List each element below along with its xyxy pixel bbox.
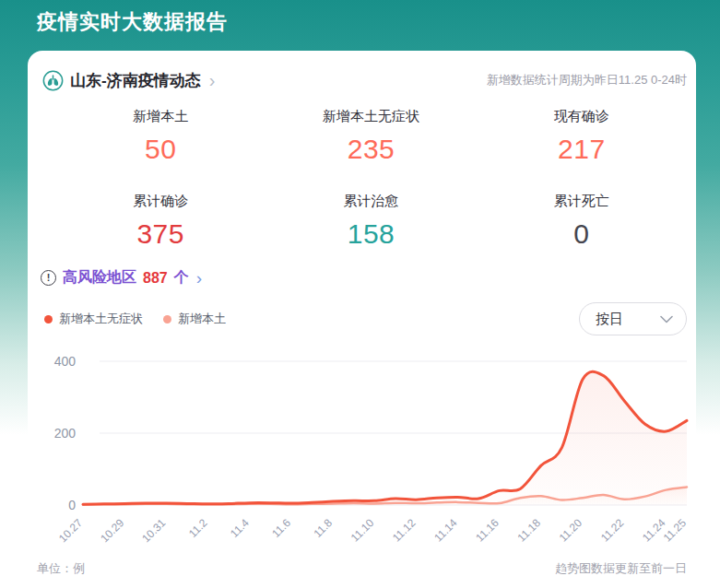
- stats-grid: 新增本土50新增本土无症状235现有确诊217累计确诊375累计治愈158累计死…: [55, 102, 687, 272]
- x-axis-label: 11.4: [228, 516, 252, 540]
- stat-label: 累计确诊: [55, 193, 266, 210]
- region-selector[interactable]: 山东-济南疫情动态 ›: [42, 70, 215, 91]
- stat-value: 235: [266, 134, 476, 165]
- stat-value: 375: [55, 218, 266, 250]
- risk-unit: 个: [174, 268, 189, 288]
- legend-dot-icon: [44, 315, 53, 323]
- y-axis-label: 400: [54, 354, 77, 369]
- risk-label: 高风险地区: [63, 268, 136, 288]
- stat-value: 50: [55, 134, 266, 165]
- chevron-right-icon: ›: [209, 71, 216, 89]
- stat-value: 0: [477, 218, 687, 250]
- legend-dot-icon: [163, 315, 171, 323]
- x-axis-label: 11.12: [390, 516, 419, 545]
- risk-count: 887: [143, 270, 168, 287]
- x-axis-label: 11.18: [515, 516, 544, 545]
- y-axis-label: 0: [68, 498, 76, 512]
- stat-cell-1: 新增本土50: [55, 102, 266, 187]
- dropdown-selected-value: 按日: [596, 311, 623, 328]
- report-card: 山东-济南疫情动态 › 新增数据统计周期为昨日11.25 0-24时 新增本土5…: [28, 51, 696, 588]
- stat-label: 现有确诊: [477, 108, 687, 125]
- legend-item-1[interactable]: 新增本土无症状: [44, 311, 143, 327]
- granularity-dropdown[interactable]: 按日: [579, 302, 687, 335]
- stat-cell-5: 累计治愈158: [266, 187, 476, 272]
- lungs-icon: [42, 70, 64, 91]
- unit-note: 单位：例: [37, 560, 85, 577]
- update-note: 趋势图数据更新至前一日: [555, 560, 687, 577]
- x-axis-label: 11.22: [598, 516, 627, 545]
- stat-cell-2: 新增本土无症状235: [266, 102, 476, 187]
- legend-item-2[interactable]: 新增本土: [163, 311, 226, 327]
- page-title: 疫情实时大数据报告: [37, 8, 228, 36]
- info-icon: !: [41, 270, 56, 286]
- x-axis-label: 11.14: [431, 516, 460, 545]
- x-axis-label: 11.10: [348, 516, 377, 545]
- chart-controls: 新增本土无症状新增本土 按日: [44, 301, 687, 336]
- x-axis-label: 11.2: [186, 516, 210, 540]
- stat-label: 新增本土无症状: [266, 108, 476, 125]
- stat-label: 累计治愈: [266, 193, 476, 210]
- x-axis-label: 10.31: [139, 516, 168, 545]
- stat-value: 217: [477, 134, 687, 165]
- region-title: 山东-济南疫情动态: [70, 70, 201, 91]
- x-axis-label: 11.8: [311, 516, 335, 540]
- trend-chart: 400200010.2710.2910.3111.211.411.611.811…: [28, 352, 696, 560]
- x-axis-label: 10.29: [98, 516, 126, 545]
- chart-legend: 新增本土无症状新增本土: [44, 311, 226, 327]
- x-axis-label: 11.25: [661, 516, 690, 545]
- x-axis-label: 11.16: [473, 516, 502, 545]
- y-axis-label: 200: [54, 426, 77, 441]
- stat-label: 累计死亡: [477, 193, 687, 210]
- stat-value: 158: [266, 218, 476, 250]
- stat-label: 新增本土: [55, 108, 266, 125]
- chevron-right-icon: ›: [196, 269, 202, 287]
- chevron-down-icon: [660, 315, 673, 323]
- x-axis-label: 10.27: [56, 516, 85, 545]
- legend-label: 新增本土无症状: [59, 311, 143, 327]
- legend-label: 新增本土: [178, 311, 226, 327]
- period-note: 新增数据统计周期为昨日11.25 0-24时: [487, 72, 687, 88]
- card-header: 山东-济南疫情动态 › 新增数据统计周期为昨日11.25 0-24时: [42, 67, 687, 93]
- x-axis-label: 11.20: [557, 516, 585, 545]
- stat-cell-6: 累计死亡0: [477, 187, 687, 272]
- x-axis-label: 11.24: [640, 516, 668, 545]
- x-axis-label: 11.6: [269, 516, 293, 540]
- stat-cell-4: 累计确诊375: [55, 187, 266, 272]
- high-risk-link[interactable]: ! 高风险地区 887 个 ›: [41, 268, 202, 288]
- area-fill-series-1: [83, 371, 687, 505]
- card-footer: 单位：例 趋势图数据更新至前一日: [37, 560, 687, 577]
- stat-cell-3: 现有确诊217: [477, 102, 687, 187]
